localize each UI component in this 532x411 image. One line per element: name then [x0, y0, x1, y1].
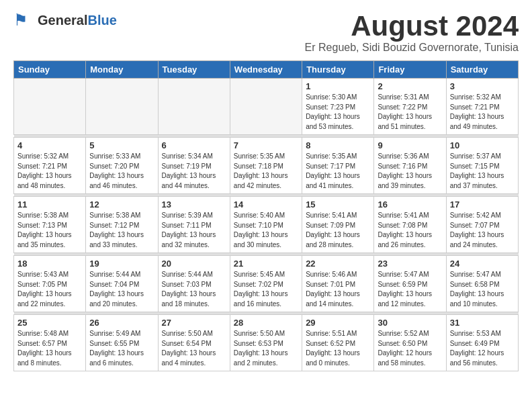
calendar-header-row: Sunday Monday Tuesday Wednesday Thursday… — [14, 61, 519, 79]
calendar-week-2: 4Sunrise: 5:32 AM Sunset: 7:21 PM Daylig… — [14, 138, 519, 194]
day-info: Sunrise: 5:43 AM Sunset: 7:05 PM Dayligh… — [17, 270, 82, 309]
day-info: Sunrise: 5:38 AM Sunset: 7:13 PM Dayligh… — [17, 211, 82, 250]
day-info: Sunrise: 5:32 AM Sunset: 7:21 PM Dayligh… — [17, 152, 82, 191]
calendar-cell: 27Sunrise: 5:50 AM Sunset: 6:54 PM Dayli… — [158, 315, 230, 371]
day-number: 7 — [234, 140, 298, 150]
calendar-week-1: 1Sunrise: 5:30 AM Sunset: 7:23 PM Daylig… — [14, 79, 519, 135]
calendar-cell: 29Sunrise: 5:51 AM Sunset: 6:52 PM Dayli… — [302, 315, 374, 371]
calendar-week-4: 18Sunrise: 5:43 AM Sunset: 7:05 PM Dayli… — [14, 256, 519, 312]
col-thursday: Thursday — [302, 61, 374, 79]
calendar-cell: 19Sunrise: 5:44 AM Sunset: 7:04 PM Dayli… — [86, 256, 158, 312]
calendar-cell — [86, 79, 158, 135]
calendar-cell: 17Sunrise: 5:42 AM Sunset: 7:07 PM Dayli… — [446, 197, 518, 253]
calendar-week-3: 11Sunrise: 5:38 AM Sunset: 7:13 PM Dayli… — [14, 197, 519, 253]
day-number: 5 — [89, 140, 154, 150]
day-info: Sunrise: 5:51 AM Sunset: 6:52 PM Dayligh… — [306, 329, 370, 368]
day-info: Sunrise: 5:30 AM Sunset: 7:23 PM Dayligh… — [306, 93, 370, 132]
calendar-cell: 1Sunrise: 5:30 AM Sunset: 7:23 PM Daylig… — [302, 79, 374, 135]
calendar-cell: 10Sunrise: 5:37 AM Sunset: 7:15 PM Dayli… — [446, 138, 518, 194]
calendar-cell: 24Sunrise: 5:47 AM Sunset: 6:58 PM Dayli… — [446, 256, 518, 312]
calendar-cell: 12Sunrise: 5:38 AM Sunset: 7:12 PM Dayli… — [86, 197, 158, 253]
calendar-cell: 9Sunrise: 5:36 AM Sunset: 7:16 PM Daylig… — [374, 138, 446, 194]
col-friday: Friday — [374, 61, 446, 79]
calendar-cell: 21Sunrise: 5:45 AM Sunset: 7:02 PM Dayli… — [230, 256, 302, 312]
logo-blue: Blue — [87, 13, 116, 28]
calendar-cell: 2Sunrise: 5:31 AM Sunset: 7:22 PM Daylig… — [374, 79, 446, 135]
day-info: Sunrise: 5:44 AM Sunset: 7:03 PM Dayligh… — [162, 270, 226, 309]
day-info: Sunrise: 5:47 AM Sunset: 6:59 PM Dayligh… — [378, 270, 442, 309]
day-number: 30 — [378, 318, 442, 328]
calendar-cell: 31Sunrise: 5:53 AM Sunset: 6:49 PM Dayli… — [446, 315, 518, 371]
svg-text:⚑: ⚑ — [13, 11, 28, 29]
calendar-cell — [158, 79, 230, 135]
logo-general: General — [38, 13, 87, 28]
day-number: 29 — [306, 318, 370, 328]
calendar-cell: 5Sunrise: 5:33 AM Sunset: 7:20 PM Daylig… — [86, 138, 158, 194]
calendar-cell: 13Sunrise: 5:39 AM Sunset: 7:11 PM Dayli… — [158, 197, 230, 253]
day-number: 23 — [378, 259, 442, 269]
day-number: 16 — [378, 199, 442, 210]
calendar-cell: 25Sunrise: 5:48 AM Sunset: 6:57 PM Dayli… — [14, 315, 86, 371]
day-info: Sunrise: 5:34 AM Sunset: 7:19 PM Dayligh… — [162, 152, 226, 191]
title-section: August 2024 Er Regueb, Sidi Bouzid Gover… — [305, 11, 519, 54]
day-info: Sunrise: 5:45 AM Sunset: 7:02 PM Dayligh… — [234, 270, 298, 309]
day-number: 25 — [17, 318, 82, 328]
day-info: Sunrise: 5:49 AM Sunset: 6:55 PM Dayligh… — [89, 329, 154, 368]
day-info: Sunrise: 5:38 AM Sunset: 7:12 PM Dayligh… — [89, 211, 154, 250]
day-info: Sunrise: 5:48 AM Sunset: 6:57 PM Dayligh… — [17, 329, 82, 368]
day-number: 12 — [89, 199, 154, 210]
day-number: 24 — [450, 259, 515, 269]
day-info: Sunrise: 5:50 AM Sunset: 6:53 PM Dayligh… — [234, 329, 298, 368]
day-number: 28 — [234, 318, 298, 328]
calendar-cell: 8Sunrise: 5:35 AM Sunset: 7:17 PM Daylig… — [302, 138, 374, 194]
calendar-cell — [14, 79, 86, 135]
calendar-cell: 7Sunrise: 5:35 AM Sunset: 7:18 PM Daylig… — [230, 138, 302, 194]
calendar-cell: 3Sunrise: 5:32 AM Sunset: 7:21 PM Daylig… — [446, 79, 518, 135]
calendar-cell: 15Sunrise: 5:41 AM Sunset: 7:09 PM Dayli… — [302, 197, 374, 253]
day-number: 20 — [162, 259, 226, 269]
day-info: Sunrise: 5:42 AM Sunset: 7:07 PM Dayligh… — [450, 211, 515, 250]
day-number: 14 — [234, 199, 298, 210]
day-info: Sunrise: 5:39 AM Sunset: 7:11 PM Dayligh… — [162, 211, 226, 250]
logo-icon: ⚑ — [13, 11, 35, 30]
day-number: 22 — [306, 259, 370, 269]
day-info: Sunrise: 5:36 AM Sunset: 7:16 PM Dayligh… — [378, 152, 442, 191]
day-number: 2 — [378, 81, 442, 91]
calendar-cell: 18Sunrise: 5:43 AM Sunset: 7:05 PM Dayli… — [14, 256, 86, 312]
col-saturday: Saturday — [446, 61, 518, 79]
calendar-cell — [230, 79, 302, 135]
day-info: Sunrise: 5:46 AM Sunset: 7:01 PM Dayligh… — [306, 270, 370, 309]
month-title: August 2024 — [305, 11, 519, 42]
day-number: 18 — [17, 259, 82, 269]
day-info: Sunrise: 5:53 AM Sunset: 6:49 PM Dayligh… — [450, 329, 515, 368]
day-info: Sunrise: 5:33 AM Sunset: 7:20 PM Dayligh… — [89, 152, 154, 191]
calendar-cell: 26Sunrise: 5:49 AM Sunset: 6:55 PM Dayli… — [86, 315, 158, 371]
day-info: Sunrise: 5:44 AM Sunset: 7:04 PM Dayligh… — [89, 270, 154, 309]
day-number: 10 — [450, 140, 515, 150]
day-info: Sunrise: 5:50 AM Sunset: 6:54 PM Dayligh… — [162, 329, 226, 368]
location-subtitle: Er Regueb, Sidi Bouzid Governorate, Tuni… — [305, 42, 519, 54]
calendar-cell: 20Sunrise: 5:44 AM Sunset: 7:03 PM Dayli… — [158, 256, 230, 312]
day-number: 27 — [162, 318, 226, 328]
day-number: 15 — [306, 199, 370, 210]
day-number: 1 — [306, 81, 370, 91]
day-info: Sunrise: 5:35 AM Sunset: 7:17 PM Dayligh… — [306, 152, 370, 191]
calendar-cell: 16Sunrise: 5:41 AM Sunset: 7:08 PM Dayli… — [374, 197, 446, 253]
col-tuesday: Tuesday — [158, 61, 230, 79]
header: ⚑ General Blue August 2024 Er Regueb, Si… — [13, 11, 519, 54]
day-number: 13 — [162, 199, 226, 210]
day-number: 9 — [378, 140, 442, 150]
day-number: 31 — [450, 318, 515, 328]
calendar-week-5: 25Sunrise: 5:48 AM Sunset: 6:57 PM Dayli… — [14, 315, 519, 371]
day-info: Sunrise: 5:41 AM Sunset: 7:08 PM Dayligh… — [378, 211, 442, 250]
day-number: 11 — [17, 199, 82, 210]
day-info: Sunrise: 5:47 AM Sunset: 6:58 PM Dayligh… — [450, 270, 515, 309]
calendar-cell: 6Sunrise: 5:34 AM Sunset: 7:19 PM Daylig… — [158, 138, 230, 194]
day-info: Sunrise: 5:40 AM Sunset: 7:10 PM Dayligh… — [234, 211, 298, 250]
calendar-cell: 22Sunrise: 5:46 AM Sunset: 7:01 PM Dayli… — [302, 256, 374, 312]
col-wednesday: Wednesday — [230, 61, 302, 79]
col-monday: Monday — [86, 61, 158, 79]
day-number: 4 — [17, 140, 82, 150]
day-info: Sunrise: 5:31 AM Sunset: 7:22 PM Dayligh… — [378, 93, 442, 132]
day-number: 19 — [89, 259, 154, 269]
